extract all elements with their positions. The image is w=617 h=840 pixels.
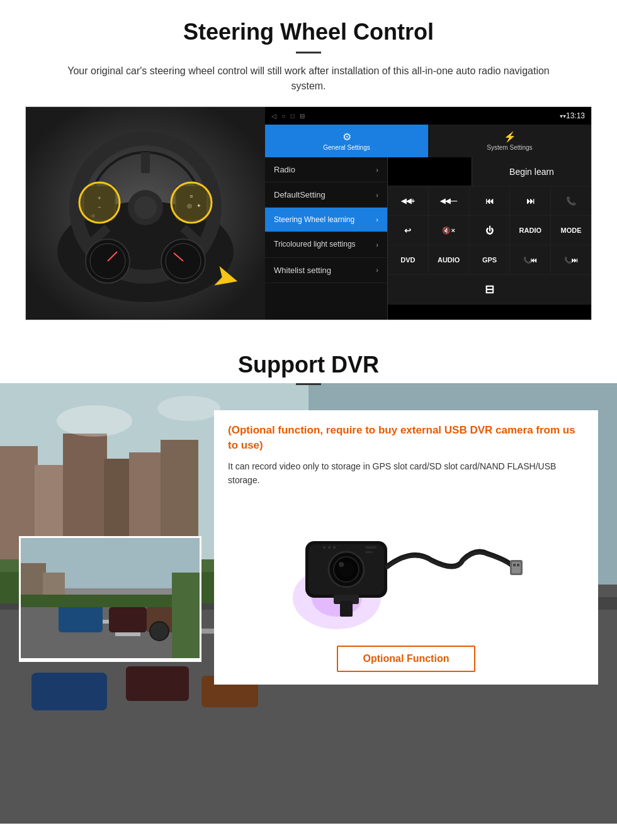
svg-point-64	[339, 562, 344, 567]
svg-rect-52	[109, 607, 147, 632]
btn-mode[interactable]: MODE	[551, 216, 591, 245]
menu-radio-label: Radio	[274, 165, 295, 174]
signal-icon: ▾▾	[560, 113, 566, 120]
btn-phone[interactable]: 📞	[551, 186, 591, 215]
btn-next-track[interactable]: ⏭	[510, 186, 551, 215]
steering-wheel-section: Steering Wheel Control Your original car…	[0, 0, 617, 333]
demo-container: + − ◁ ≡ ◎ ✦	[25, 106, 592, 320]
dvr-section: Support DVR	[0, 333, 617, 824]
android-tabs: ⚙ General Settings ⚡ System Settings	[265, 125, 591, 157]
btn-gps[interactable]: GPS	[470, 245, 511, 274]
menu-list: Radio › DefaultSetting › Steering Wheel …	[265, 157, 388, 320]
dvr-info-title: (Optional function, require to buy exter…	[228, 423, 584, 453]
chevron-icon: ›	[376, 240, 378, 249]
system-icon: ⚡	[504, 131, 516, 143]
thumbnail-svg	[21, 538, 200, 660]
menu-item-steering[interactable]: Steering Wheel learning ›	[265, 208, 387, 232]
menu-item-radio[interactable]: Radio ›	[265, 157, 387, 182]
steering-wheel-svg: + − ◁ ≡ ◎ ✦	[57, 126, 234, 302]
dvr-thumbnail	[19, 536, 201, 662]
svg-rect-51	[59, 604, 103, 632]
ctrl-row-4: ⊟	[388, 275, 591, 305]
android-panel: ◁ ○ □ ⊟ ▾▾ 13:13 ⚙ General Settings ⚡ Sy…	[265, 107, 591, 320]
svg-point-65	[323, 546, 325, 549]
camera-svg	[286, 497, 526, 636]
btn-vol-down[interactable]: ◀◀—	[429, 186, 470, 215]
ctrl-row-1: ◀◀+ ◀◀— ⏮ ⏭ 📞	[388, 186, 591, 216]
section1-title: Steering Wheel Control	[25, 19, 592, 45]
dvr-camera-image	[228, 497, 584, 636]
btn-extra[interactable]: ⊟	[388, 275, 591, 304]
btn-prev-track[interactable]: ⏮	[470, 186, 511, 215]
begin-learn-empty	[388, 157, 472, 186]
dvr-content: (Optional function, require to buy exter…	[0, 398, 617, 697]
menu-item-whitelist[interactable]: Whitelist setting ›	[265, 258, 387, 283]
svg-point-17	[171, 182, 212, 223]
btn-vol-up[interactable]: ◀◀+	[388, 186, 429, 215]
begin-learn-button[interactable]: Begin learn	[472, 157, 591, 186]
chevron-icon: ›	[376, 191, 378, 199]
menu-whitelist-label: Whitelist setting	[274, 266, 331, 275]
section1-description: Your original car's steering wheel contr…	[50, 64, 567, 94]
svg-rect-74	[365, 546, 376, 549]
menu-light-label: Tricoloured light settings	[274, 240, 356, 250]
btn-mute[interactable]: 🔇×	[429, 216, 470, 245]
menu-item-light[interactable]: Tricoloured light settings ›	[265, 232, 387, 258]
btn-radio[interactable]: RADIO	[510, 216, 551, 245]
chevron-icon: ›	[376, 216, 378, 223]
dvr-divider	[296, 383, 321, 385]
svg-point-16	[79, 182, 120, 223]
btn-audio[interactable]: AUDIO	[429, 245, 470, 274]
menu-default-label: DefaultSetting	[274, 190, 325, 199]
dvr-header: Support DVR	[0, 333, 617, 391]
menu-steering-label: Steering Wheel learning	[274, 215, 354, 224]
svg-rect-72	[513, 564, 516, 566]
statusbar: ◁ ○ □ ⊟ ▾▾ 13:13	[265, 107, 591, 125]
dvr-info-box: (Optional function, require to buy exter…	[214, 410, 598, 685]
clock: 13:13	[566, 111, 585, 120]
btn-power[interactable]: ⏻	[470, 216, 511, 245]
tab-system-label: System Settings	[487, 144, 532, 151]
btn-dvd[interactable]: DVD	[388, 245, 429, 274]
section1-divider	[296, 52, 321, 53]
menu-item-default[interactable]: DefaultSetting ›	[265, 182, 387, 208]
svg-point-7	[134, 196, 157, 219]
btn-hang-up[interactable]: ↩	[388, 216, 429, 245]
btn-phone-next[interactable]: 📞⏭	[551, 245, 591, 274]
tab-system-settings[interactable]: ⚡ System Settings	[428, 125, 591, 157]
android-menu: Radio › DefaultSetting › Steering Wheel …	[265, 157, 591, 320]
optional-btn-row: Optional Function	[228, 646, 584, 672]
tab-general-label: General Settings	[323, 144, 370, 151]
svg-rect-56	[172, 573, 200, 660]
svg-rect-69	[340, 601, 353, 617]
svg-point-54	[150, 622, 169, 641]
svg-point-67	[333, 546, 336, 549]
steering-photo-inner: + − ◁ ≡ ◎ ✦	[26, 107, 265, 320]
svg-rect-73	[517, 564, 519, 566]
dvr-title: Support DVR	[0, 352, 617, 378]
btn-phone-prev[interactable]: 📞⏮	[510, 245, 551, 274]
steering-photo: + − ◁ ≡ ◎ ✦	[26, 107, 265, 320]
chevron-icon: ›	[376, 166, 378, 174]
svg-rect-50	[115, 632, 140, 636]
nav-icons: ◁ ○ □ ⊟	[271, 113, 305, 120]
ctrl-row-3: DVD AUDIO GPS 📞⏮ 📞⏭	[388, 245, 591, 275]
optional-function-button[interactable]: Optional Function	[337, 646, 476, 672]
svg-rect-71	[512, 562, 521, 573]
tab-general-settings[interactable]: ⚙ General Settings	[265, 125, 428, 157]
ctrl-row-2: ↩ 🔇× ⏻ RADIO MODE	[388, 216, 591, 245]
chevron-icon: ›	[376, 266, 378, 274]
begin-learn-row: Begin learn	[388, 157, 591, 186]
gear-icon: ⚙	[342, 131, 351, 143]
control-grid: Begin learn ◀◀+ ◀◀— ⏮ ⏭ 📞 ↩ 🔇× ⏻	[388, 157, 591, 320]
dvr-info-text: It can record video only to storage in G…	[228, 459, 584, 488]
svg-rect-75	[365, 551, 373, 553]
svg-point-66	[328, 546, 331, 549]
